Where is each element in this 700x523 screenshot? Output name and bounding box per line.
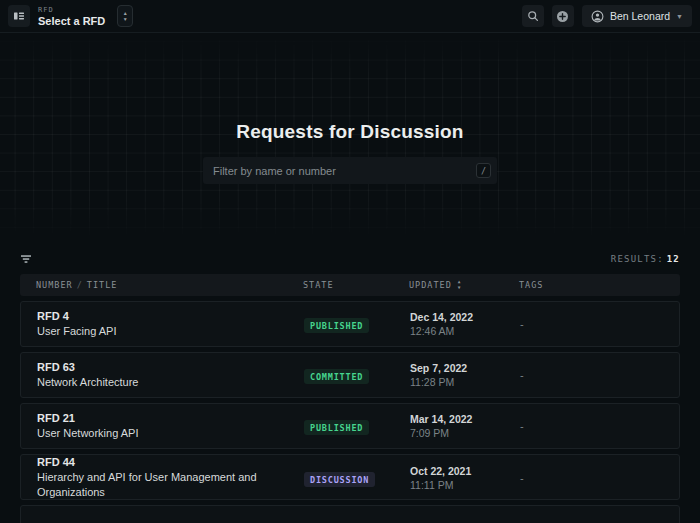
- state-badge: PUBLISHED: [304, 420, 369, 435]
- updated-date: Sep 7, 2022: [410, 361, 520, 375]
- rfd-picker-value: Select a RFD: [38, 15, 105, 27]
- column-header-tags: TAGS: [519, 280, 664, 290]
- updated-date: Dec 14, 2022: [410, 310, 520, 324]
- filter-input[interactable]: [213, 165, 476, 177]
- table-row[interactable]: RFD 70 Sep 30, 2021: [20, 505, 680, 523]
- updated-date: Oct 22, 2021: [410, 464, 520, 478]
- slash-shortcut-key: /: [476, 163, 491, 178]
- add-rfd-button[interactable]: [552, 5, 574, 27]
- rfd-picker[interactable]: RFD Select a RFD: [38, 6, 105, 27]
- rfd-number: RFD 63: [37, 360, 304, 375]
- top-bar-actions: Ben Leonard ▼: [522, 5, 692, 27]
- chevron-down-icon: ▼: [123, 17, 128, 22]
- updated-time: 11:11 PM: [410, 478, 520, 492]
- table-row[interactable]: RFD 44 Hierarchy and API for User Manage…: [20, 454, 680, 500]
- filter-funnel-icon[interactable]: [20, 254, 32, 265]
- updated-time: 12:46 AM: [410, 324, 520, 338]
- list-toolbar: RESULTS:12: [0, 250, 700, 268]
- column-header-updated[interactable]: UPDATED ▲▼: [409, 280, 519, 290]
- rfd-table: NUMBER/TITLE STATE UPDATED ▲▼ TAGS RFD 4…: [20, 274, 680, 523]
- hero-section: Requests for Discussion /: [0, 33, 700, 241]
- page-title: Requests for Discussion: [236, 121, 463, 143]
- sort-icon: ▲▼: [458, 280, 462, 290]
- table-header: NUMBER/TITLE STATE UPDATED ▲▼ TAGS: [20, 274, 680, 296]
- tags-value: -: [520, 369, 663, 381]
- results-count: RESULTS:12: [611, 254, 680, 264]
- rfd-title: Network Architecture: [37, 375, 304, 390]
- rfd-picker-stepper[interactable]: ▲ ▼: [117, 5, 133, 27]
- rfd-logo-button[interactable]: [8, 5, 30, 27]
- state-badge: COMMITTED: [304, 369, 369, 384]
- table-row[interactable]: RFD 4 User Facing API PUBLISHED Dec 14, …: [20, 301, 680, 347]
- tags-value: -: [520, 472, 663, 484]
- state-badge: PUBLISHED: [304, 318, 369, 333]
- column-header-number-title: NUMBER/TITLE: [36, 280, 303, 290]
- table-row[interactable]: RFD 21 User Networking API PUBLISHED Mar…: [20, 403, 680, 449]
- chevron-up-icon: ▲: [123, 11, 128, 16]
- updated-time: 7:09 PM: [410, 426, 520, 440]
- user-icon: [591, 10, 604, 23]
- user-name: Ben Leonard: [610, 10, 670, 22]
- user-menu-button[interactable]: Ben Leonard ▼: [582, 5, 692, 27]
- top-bar: RFD Select a RFD ▲ ▼: [0, 0, 700, 33]
- search-button[interactable]: [522, 5, 544, 27]
- rfd-picker-eyebrow: RFD: [38, 6, 105, 14]
- updated-date: Mar 14, 2022: [410, 412, 520, 426]
- rfd-number: RFD 44: [37, 455, 304, 470]
- updated-time: 11:28 PM: [410, 375, 520, 389]
- filter-box: /: [203, 157, 497, 184]
- tags-value: -: [520, 318, 663, 330]
- tags-value: -: [520, 420, 663, 432]
- rfd-logo-icon: [13, 10, 25, 22]
- state-badge: DISCUSSION: [304, 472, 375, 487]
- caret-down-icon: ▼: [676, 13, 683, 20]
- rfd-number: RFD 4: [37, 309, 304, 324]
- column-header-state: STATE: [303, 280, 409, 290]
- rfd-title: User Facing API: [37, 324, 304, 339]
- rfd-title: User Networking API: [37, 426, 304, 441]
- rfd-number: RFD 21: [37, 411, 304, 426]
- plus-circle-icon: [556, 10, 569, 23]
- rfd-title: Hierarchy and API for User Management an…: [37, 470, 304, 500]
- search-icon: [527, 10, 539, 22]
- table-row[interactable]: RFD 63 Network Architecture COMMITTED Se…: [20, 352, 680, 398]
